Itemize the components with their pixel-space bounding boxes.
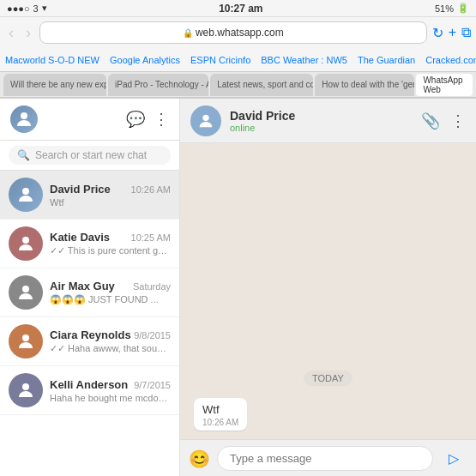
status-bar: ●●●○ 3 ▾ 10:27 am 51% 🔋 [0, 0, 476, 17]
lock-icon: 🔒 [183, 28, 193, 38]
status-left: ●●●○ 3 ▾ [7, 3, 47, 14]
chat-name-katie: Katie Davis [50, 231, 110, 244]
emoji-button[interactable]: 😊 [189, 449, 210, 469]
chat-name-david: David Price [50, 183, 111, 196]
chat-name-row-kelli: Kelli Anderson 9/7/2015 [50, 378, 171, 391]
browser-toolbar: ‹ › 🔒 web.whatsapp.com ↻ + ⧉ [0, 17, 476, 48]
bookmark-cracked[interactable]: Cracked.com [425, 55, 476, 65]
search-placeholder-text: Search or start new chat [35, 149, 147, 161]
bookmark-espn[interactable]: ESPN Cricinfo [190, 55, 250, 65]
search-bar: 🔍 Search or start new chat [0, 141, 179, 171]
chat-name-row-david: David Price 10:26 AM [50, 183, 171, 196]
whatsapp-tab-label: WhatsApp Web [423, 75, 466, 94]
search-icon: 🔍 [17, 149, 30, 161]
attachment-icon[interactable]: 📎 [421, 111, 440, 130]
search-input-wrap[interactable]: 🔍 Search or start new chat [9, 146, 171, 165]
message-input[interactable] [217, 446, 433, 471]
chat-preview-katie: ✓✓ This is pure content gol... [50, 245, 171, 256]
url-text: web.whatsapp.com [196, 27, 284, 39]
chat-time-airmax: Saturday [133, 281, 171, 292]
chat-time-kelli: 9/7/2015 [134, 380, 171, 390]
chat-item-katie[interactable]: Katie Davis 10:25 AM ✓✓ This is pure con… [0, 220, 179, 268]
send-button[interactable]: ▷ [440, 445, 467, 473]
send-icon: ▷ [449, 450, 459, 467]
reload-button[interactable]: ↻ [432, 25, 443, 41]
chat-avatar-ciara [9, 324, 43, 359]
tabs-bar: Will there be any new expans... × iPad P… [0, 72, 476, 98]
chat-avatar-david [9, 178, 43, 212]
tab-2[interactable]: iPad Pro - Technology - Apple × [108, 74, 208, 96]
tab-4[interactable]: How to deal with the 'gentle... × [315, 74, 414, 96]
chat-info-airmax: Air Max Guy Saturday 😱😱😱 JUST FOUND ... [50, 280, 171, 305]
chat-info-ciara: Ciara Reynolds 9/8/2015 ✓✓ Haha awww, th… [50, 328, 171, 354]
chat-menu-icon[interactable]: ⋮ [450, 111, 466, 130]
svg-point-1 [22, 188, 29, 195]
chat-name-row-katie: Katie Davis 10:25 AM [50, 231, 171, 244]
svg-point-4 [22, 334, 29, 341]
chat-header: David Price online 📎 ⋮ [180, 99, 476, 143]
svg-point-5 [22, 383, 29, 390]
chat-avatar-kelli [9, 373, 43, 407]
chat-info-katie: Katie Davis 10:25 AM ✓✓ This is pure con… [50, 231, 171, 256]
status-right: 51% 🔋 [435, 3, 469, 14]
profile-avatar[interactable] [10, 105, 38, 133]
chat-name-row-ciara: Ciara Reynolds 9/8/2015 [50, 328, 171, 341]
bookmarks-bar: Macworld S-O-D NEW Google Analytics ESPN… [0, 48, 476, 72]
back-button[interactable]: ‹ [5, 22, 17, 44]
chat-time-david: 10:26 AM [131, 184, 171, 195]
svg-point-0 [21, 112, 27, 119]
chat-icon[interactable]: 💬 [126, 110, 145, 129]
bookmark-guardian[interactable]: The Guardian [358, 55, 415, 65]
chat-header-status: online [230, 123, 413, 133]
chat-preview-airmax: 😱😱😱 JUST FOUND ... [50, 294, 171, 305]
carrier-label: 3 [33, 3, 39, 14]
chat-header-avatar [190, 105, 221, 136]
share-button[interactable]: + [449, 25, 456, 40]
bookmark-bbc[interactable]: BBC Weather : NW5 [261, 55, 347, 65]
chat-info-kelli: Kelli Anderson 9/7/2015 Haha he bought m… [50, 378, 171, 403]
forward-button[interactable]: › [22, 22, 34, 44]
chat-name-kelli: Kelli Anderson [50, 378, 128, 391]
messages-area: TODAY Wtf 10:26 AM [180, 143, 476, 439]
chat-item-airmax[interactable]: Air Max Guy Saturday 😱😱😱 JUST FOUND ... [0, 268, 179, 317]
chat-name-airmax: Air Max Guy [50, 280, 115, 292]
wifi-icon: ▾ [42, 3, 47, 14]
chat-info-david: David Price 10:26 AM Wtf [50, 183, 171, 208]
date-pill: TODAY [304, 371, 352, 386]
tab-3[interactable]: Latest news, sport and comm... × [210, 74, 313, 96]
chat-avatar-airmax [9, 275, 43, 310]
chat-item-david[interactable]: David Price 10:26 AM Wtf [0, 171, 179, 220]
signal-icon: ●●●○ [7, 3, 30, 14]
chat-name-row-airmax: Air Max Guy Saturday [50, 280, 171, 292]
svg-point-3 [22, 286, 29, 292]
message-bubble-1: Wtf 10:26 AM [194, 398, 247, 431]
menu-icon[interactable]: ⋮ [154, 110, 169, 129]
tab-1[interactable]: Will there be any new expans... × [3, 74, 106, 96]
svg-point-2 [22, 237, 29, 244]
tabs-button[interactable]: ⧉ [461, 25, 471, 40]
bookmark-macworld[interactable]: Macworld S-O-D NEW [5, 55, 99, 65]
browser-chrome: ‹ › 🔒 web.whatsapp.com ↻ + ⧉ Macworld S-… [0, 17, 476, 99]
chat-avatar-katie [9, 226, 43, 261]
battery-icon: 🔋 [457, 3, 469, 14]
message-meta-1: 10:26 AM [202, 418, 238, 427]
chat-area: David Price online 📎 ⋮ TODAY Wtf 10:26 A… [180, 99, 476, 476]
chat-header-icons: 📎 ⋮ [421, 111, 466, 130]
sidebar-icons: 💬 ⋮ [126, 110, 169, 129]
message-text-1: Wtf [202, 403, 238, 416]
clock: 10:27 am [219, 3, 262, 15]
sidebar: 💬 ⋮ 🔍 Search or start new chat [0, 99, 180, 476]
chat-header-name: David Price [230, 109, 413, 123]
tab-whatsapp[interactable]: WhatsApp Web [416, 74, 473, 96]
svg-point-6 [202, 114, 208, 120]
bookmark-analytics[interactable]: Google Analytics [110, 55, 180, 65]
chat-preview-kelli: Haha he bought me mcdona... [50, 393, 171, 403]
chat-header-info: David Price online [230, 109, 413, 133]
input-bar: 😊 ▷ [180, 439, 476, 476]
date-divider: TODAY [194, 370, 462, 386]
chat-time-ciara: 9/8/2015 [134, 330, 171, 340]
chat-item-kelli[interactable]: Kelli Anderson 9/7/2015 Haha he bought m… [0, 366, 179, 415]
address-bar[interactable]: 🔒 web.whatsapp.com [39, 21, 427, 44]
chat-item-ciara[interactable]: Ciara Reynolds 9/8/2015 ✓✓ Haha awww, th… [0, 317, 179, 366]
chat-name-ciara: Ciara Reynolds [50, 328, 131, 341]
